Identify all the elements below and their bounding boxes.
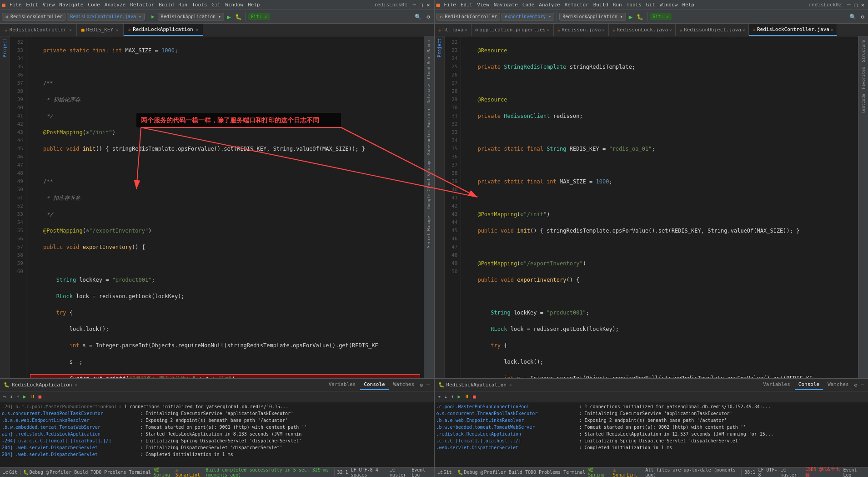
right-leecode-icon[interactable]: leetcode [860,92,867,115]
right-sidebar-project-icon[interactable]: Project [437,38,442,57]
left-status-branch[interactable]: ⎇ master [390,467,409,477]
left-status-profiler[interactable]: @ Profiler [46,470,71,475]
right-status-git[interactable]: ⎇ Git [437,470,452,475]
right-status-build[interactable]: Build [509,470,522,475]
left-step-into-btn[interactable]: ↓ [9,394,15,400]
left-toolbar-project[interactable]: ◁ RedisLockController [2,13,65,20]
left-debug-gear[interactable]: ⚙ [420,382,423,388]
right-menu-tools[interactable]: Tools [624,1,644,9]
left-sidebar-project-icon[interactable]: Project [2,38,7,57]
right-search-btn[interactable]: 🔍 [848,14,858,20]
right-menu-view[interactable]: View [475,1,492,9]
left-run-btn[interactable]: ▶ [226,13,232,20]
right-menu-edit[interactable]: Edit [458,1,475,9]
left-status-debug-btn[interactable]: 🐛 Debug [23,470,43,475]
right-tab-redisson[interactable]: ☕ Redisson.java ✕ [554,24,609,36]
right-favorites-icon[interactable]: Favorites [860,65,867,91]
right-menu-code[interactable]: Code [520,1,537,9]
right-minimize-btn[interactable]: ─ [845,2,852,8]
right-step-over-btn[interactable]: ↷ [437,394,442,400]
left-status-build[interactable]: Build [74,470,88,475]
left-database-icon[interactable]: Database [426,82,432,105]
left-debug-btn[interactable]: 🐛 [234,14,243,20]
right-menu-file[interactable]: File [442,1,458,9]
right-step-out-btn[interactable]: ↑ [450,394,456,400]
right-menu-run[interactable]: Run [611,1,624,9]
right-debug-minimize[interactable]: ─ [861,382,864,388]
left-tab-redis-key[interactable]: ■ REDIS_KEY ✕ [77,24,124,36]
left-toolbar-file[interactable]: RedisLockController.java ▾ [67,13,145,20]
left-minimize-btn[interactable]: ─ [411,2,418,8]
right-close-btn[interactable]: ✕ [859,2,866,8]
right-tab-controller-active[interactable]: ☕ RedisLockController.java ✕ [749,24,837,36]
right-debug-tab-watches[interactable]: Watches [824,380,852,390]
right-menu-build[interactable]: Build [591,1,611,9]
right-status-todo[interactable]: TODO [525,470,536,475]
right-run-config[interactable]: RedisLockApplication ▾ [559,13,626,20]
left-search-btn[interactable]: 🔍 [413,14,423,20]
left-git-status[interactable]: Git: ✓ [248,13,270,20]
left-debug-close-tab[interactable]: ✕ [75,383,77,387]
right-stop-debug-btn[interactable]: ■ [472,394,477,400]
left-menu-view[interactable]: View [40,1,57,9]
left-status-problems[interactable]: Problems [104,470,126,475]
right-status-terminal[interactable]: Terminal [563,470,585,475]
right-status-sonar[interactable]: ⚠ SonarLint [613,467,640,477]
left-run-config[interactable]: RedisLockApplication ▾ [158,13,224,20]
left-status-git[interactable]: ⎇ Git [3,470,17,475]
right-code-content[interactable]: @Resource private StringRedisTemplate st… [461,36,858,378]
right-status-problems[interactable]: Problems [539,470,561,475]
left-menu-window[interactable]: Window [223,1,246,9]
right-menu-window[interactable]: Window [657,1,680,9]
left-status-todo[interactable]: TODO [90,470,101,475]
right-git-status[interactable]: Git: ✓ [650,13,672,20]
left-status-terminal[interactable]: Terminal [129,470,151,475]
left-cloudrun-icon[interactable]: Cloud Run [426,55,432,81]
right-debug-close-tab[interactable]: ✕ [509,383,512,387]
right-debug-gear[interactable]: ⚙ [854,382,858,388]
right-status-branch[interactable]: ⎇ master [781,467,803,477]
right-step-into-btn[interactable]: ↓ [443,394,449,400]
right-run-btn[interactable]: ▶ [627,13,634,20]
left-status-eventlog[interactable]: Event Log [411,467,431,477]
left-tab-controller[interactable]: ☕ RedisLockController ✕ [0,24,77,36]
right-debug-tab-vars[interactable]: Variables [759,380,794,390]
left-settings-btn[interactable]: ⚙ [425,14,431,20]
left-menu-git[interactable]: Git [209,1,223,9]
left-debug-tab-watches[interactable]: Watches [390,380,418,390]
right-menu-analyze[interactable]: Analyze [537,1,562,9]
left-stop-debug-btn[interactable]: ■ [37,394,43,400]
left-menu-refactor[interactable]: Refactor [128,1,156,9]
right-status-debug-btn[interactable]: 🐛 Debug [457,470,477,475]
right-toolbar-project[interactable]: ◁ RedisLockController [437,13,500,20]
left-close-btn[interactable]: ✕ [425,2,431,8]
left-menu-edit[interactable]: Edit [24,1,40,9]
right-settings-btn[interactable]: ⚙ [859,14,866,20]
left-debug-tab-console[interactable]: Console [360,380,388,390]
left-secret-icon[interactable]: Secret Manager [426,212,432,250]
left-gcs-icon[interactable]: Google Cloud Storage [426,157,432,210]
left-debug-tab-vars[interactable]: Variables [325,380,360,390]
left-menu-help[interactable]: Help [246,1,262,9]
left-step-over-btn[interactable]: ↷ [2,394,8,400]
right-debug-tab-console[interactable]: Console [795,380,823,390]
left-menu-analyze[interactable]: Analyze [102,1,128,9]
right-pause-btn[interactable]: ⏸ [463,394,471,400]
right-menu-help[interactable]: Help [680,1,697,9]
left-code-content[interactable]: private static final int MAX_SIZE = 1000… [26,36,424,378]
left-console-content[interactable]: -20] o.r.c.pool.MasterPubSubConnectionPo… [0,402,434,467]
left-menu-code[interactable]: Code [85,1,102,9]
left-debug-minimize[interactable]: ─ [426,382,430,388]
right-structure-icon[interactable]: Structure [860,38,867,64]
right-tab-redissonlock[interactable]: ☕ RedissonLock.java ✕ [609,24,676,36]
left-menu-tools[interactable]: Tools [190,1,209,9]
right-debug-btn[interactable]: 🐛 [635,14,645,20]
left-menu-file[interactable]: File [7,1,24,9]
right-tab-app-props[interactable]: ⚙ application.properties ✕ [472,24,554,36]
right-status-profiler[interactable]: @ Profiler [481,470,506,475]
left-step-out-btn[interactable]: ↑ [15,394,21,400]
right-toolbar-file[interactable]: exportInventory ▾ [502,13,554,20]
left-menu-build[interactable]: Build [156,1,176,9]
left-pause-btn[interactable]: ⏸ [29,394,36,400]
right-run-debug-btn[interactable]: ▶ [456,394,462,400]
